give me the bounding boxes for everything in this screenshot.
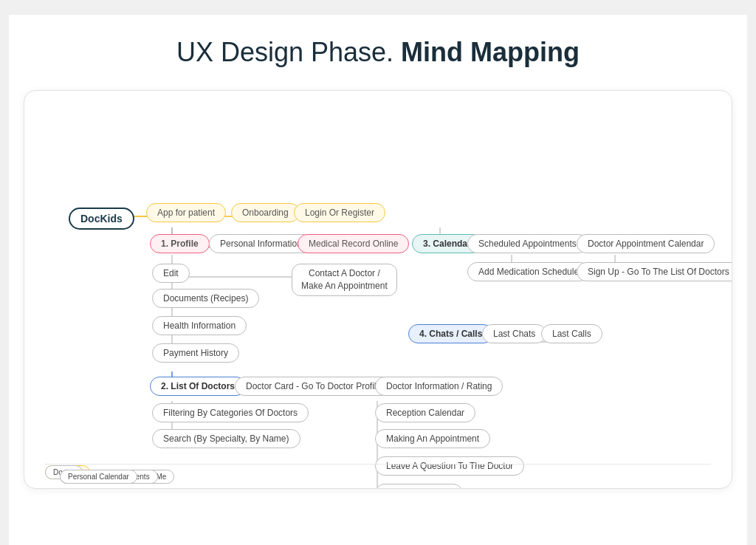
node-health-info: Health Information (152, 316, 247, 335)
node-login: Login Or Register (294, 203, 385, 222)
node-documents: Documents (Recipes) (152, 289, 259, 308)
node-chats-calls: 4. Chats / Calls (408, 324, 493, 343)
node-filtering: Filtering By Categories Of Doctors (152, 403, 309, 422)
node-scheduled-appts: Scheduled Appointments (467, 234, 588, 253)
node-leave-feedback: Leave Feedback (375, 484, 463, 489)
node-doctor-appt-cal: Doctor Appointment Calendar (577, 234, 715, 253)
node-doctor-info: Doctor Information / Rating (375, 377, 503, 396)
bottom-section: Web site Doctor 1. Profile My Rating, Re… (45, 464, 711, 476)
node-profile: 1. Profile (150, 234, 210, 253)
node-contact-doctor: Contact A Doctor /Make An Appointment (292, 264, 397, 296)
node-payment: Payment History (152, 343, 239, 363)
node-doctor-card: Doctor Card - Go To Doctor Profile (235, 377, 392, 396)
node-edit: Edit (152, 264, 190, 283)
node-add-med: Add Medication Schedule (467, 262, 590, 281)
node-onboarding: Onboarding (231, 203, 300, 222)
node-making-appt: Making An Appointment (375, 429, 490, 448)
node-medical-record: Medical Record Online (298, 234, 409, 253)
node-sign-up: Sign Up - Go To The List Of Doctors (577, 262, 732, 281)
page-title: UX Design Phase. Mind Mapping (176, 37, 580, 68)
bottom-sub-personal-cal: Personal Calendar (60, 470, 137, 484)
mind-map-container: DocKids App for patient Onboarding Login… (24, 90, 732, 489)
root-node: DocKids (69, 208, 134, 230)
node-list-doctors: 2. List Of Doctors (150, 377, 246, 396)
node-last-calls: Last Calls (541, 324, 602, 343)
node-reception-cal: Reception Calendar (375, 403, 475, 422)
node-last-chats: Last Chats (482, 324, 546, 343)
node-app-patient: App for patient (146, 203, 226, 222)
node-search: Search (By Specialty, By Name) (152, 429, 300, 448)
page-wrapper: UX Design Phase. Mind Mapping (9, 15, 747, 545)
